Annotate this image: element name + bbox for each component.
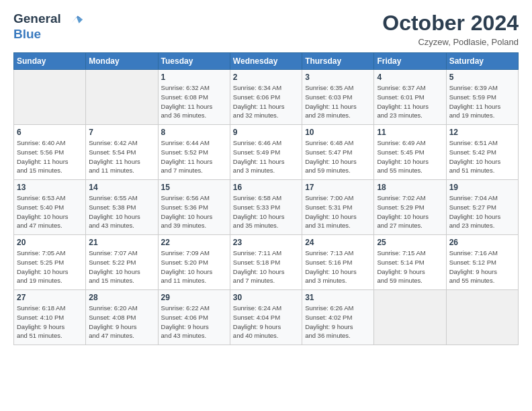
day-number: 24	[305, 238, 371, 247]
page: General Blue October 2024 Czyzew, Podlas…	[0, 0, 532, 411]
calendar-day-cell: 30Sunrise: 6:24 AM Sunset: 4:04 PM Dayli…	[230, 290, 302, 345]
calendar-day-cell: 27Sunrise: 6:18 AM Sunset: 4:10 PM Dayli…	[14, 290, 86, 345]
calendar-week-row: 20Sunrise: 7:05 AM Sunset: 5:25 PM Dayli…	[14, 235, 519, 290]
day-number: 22	[161, 238, 227, 247]
day-info: Sunrise: 7:04 AM Sunset: 5:27 PM Dayligh…	[449, 193, 515, 230]
calendar-day-cell: 18Sunrise: 7:02 AM Sunset: 5:29 PM Dayli…	[374, 180, 446, 235]
calendar-day-cell: 23Sunrise: 7:11 AM Sunset: 5:18 PM Dayli…	[230, 235, 302, 290]
calendar-day-cell: 10Sunrise: 6:48 AM Sunset: 5:47 PM Dayli…	[302, 125, 374, 180]
calendar-day-cell: 15Sunrise: 6:56 AM Sunset: 5:36 PM Dayli…	[158, 180, 230, 235]
day-info: Sunrise: 7:05 AM Sunset: 5:25 PM Dayligh…	[17, 248, 83, 285]
day-number: 4	[377, 73, 443, 82]
day-info: Sunrise: 6:18 AM Sunset: 4:10 PM Dayligh…	[17, 304, 83, 340]
day-info: Sunrise: 6:55 AM Sunset: 5:38 PM Dayligh…	[89, 193, 154, 230]
calendar-day-cell: 31Sunrise: 6:26 AM Sunset: 4:02 PM Dayli…	[302, 290, 374, 345]
day-number: 18	[377, 183, 443, 192]
day-number: 1	[161, 73, 227, 82]
day-info: Sunrise: 6:46 AM Sunset: 5:49 PM Dayligh…	[233, 138, 299, 175]
logo-bird-icon	[65, 11, 84, 30]
calendar-day-cell: 25Sunrise: 7:15 AM Sunset: 5:14 PM Dayli…	[374, 235, 446, 290]
day-info: Sunrise: 6:39 AM Sunset: 5:59 PM Dayligh…	[449, 83, 515, 120]
day-number: 30	[233, 293, 299, 302]
day-number: 20	[17, 238, 83, 247]
day-number: 5	[449, 73, 515, 82]
day-info: Sunrise: 7:11 AM Sunset: 5:18 PM Dayligh…	[233, 248, 299, 285]
weekday-header: Thursday	[302, 53, 374, 70]
day-info: Sunrise: 6:34 AM Sunset: 6:06 PM Dayligh…	[233, 83, 299, 120]
weekday-header: Monday	[86, 53, 158, 70]
calendar-day-cell	[14, 70, 86, 125]
day-info: Sunrise: 6:24 AM Sunset: 4:04 PM Dayligh…	[233, 304, 299, 340]
day-info: Sunrise: 6:37 AM Sunset: 6:01 PM Dayligh…	[377, 83, 443, 120]
calendar-day-cell: 9Sunrise: 6:46 AM Sunset: 5:49 PM Daylig…	[230, 125, 302, 180]
logo-line1: General	[13, 11, 61, 26]
day-number: 10	[305, 128, 371, 137]
day-info: Sunrise: 7:07 AM Sunset: 5:22 PM Dayligh…	[89, 248, 154, 285]
day-info: Sunrise: 6:20 AM Sunset: 4:08 PM Dayligh…	[89, 304, 154, 340]
day-info: Sunrise: 6:42 AM Sunset: 5:54 PM Dayligh…	[89, 138, 154, 175]
calendar-header-row: SundayMondayTuesdayWednesdayThursdayFrid…	[14, 53, 519, 70]
day-number: 27	[17, 293, 83, 302]
day-number: 28	[89, 293, 154, 302]
day-number: 31	[305, 293, 371, 302]
day-info: Sunrise: 7:09 AM Sunset: 5:20 PM Dayligh…	[161, 248, 227, 285]
day-info: Sunrise: 6:48 AM Sunset: 5:47 PM Dayligh…	[305, 138, 371, 175]
day-number: 6	[17, 128, 83, 137]
calendar-day-cell: 21Sunrise: 7:07 AM Sunset: 5:22 PM Dayli…	[86, 235, 158, 290]
calendar-day-cell: 8Sunrise: 6:44 AM Sunset: 5:52 PM Daylig…	[158, 125, 230, 180]
day-number: 8	[161, 128, 227, 137]
calendar-day-cell: 26Sunrise: 7:16 AM Sunset: 5:12 PM Dayli…	[446, 235, 518, 290]
calendar-day-cell	[446, 290, 518, 345]
calendar-day-cell: 12Sunrise: 6:51 AM Sunset: 5:42 PM Dayli…	[446, 125, 518, 180]
day-number: 29	[161, 293, 227, 302]
logo: General Blue	[13, 11, 84, 42]
calendar-day-cell: 4Sunrise: 6:37 AM Sunset: 6:01 PM Daylig…	[374, 70, 446, 125]
calendar-day-cell: 19Sunrise: 7:04 AM Sunset: 5:27 PM Dayli…	[446, 180, 518, 235]
day-info: Sunrise: 7:15 AM Sunset: 5:14 PM Dayligh…	[377, 248, 443, 285]
day-info: Sunrise: 6:56 AM Sunset: 5:36 PM Dayligh…	[161, 193, 227, 230]
calendar-day-cell: 29Sunrise: 6:22 AM Sunset: 4:06 PM Dayli…	[158, 290, 230, 345]
day-info: Sunrise: 6:44 AM Sunset: 5:52 PM Dayligh…	[161, 138, 227, 175]
calendar-day-cell: 5Sunrise: 6:39 AM Sunset: 5:59 PM Daylig…	[446, 70, 518, 125]
day-number: 19	[449, 183, 515, 192]
day-info: Sunrise: 7:13 AM Sunset: 5:16 PM Dayligh…	[305, 248, 371, 285]
calendar-week-row: 6Sunrise: 6:40 AM Sunset: 5:56 PM Daylig…	[14, 125, 519, 180]
day-number: 23	[233, 238, 299, 247]
day-number: 15	[161, 183, 227, 192]
calendar-day-cell: 3Sunrise: 6:35 AM Sunset: 6:03 PM Daylig…	[302, 70, 374, 125]
calendar-day-cell: 22Sunrise: 7:09 AM Sunset: 5:20 PM Dayli…	[158, 235, 230, 290]
calendar-day-cell: 11Sunrise: 6:49 AM Sunset: 5:45 PM Dayli…	[374, 125, 446, 180]
day-number: 21	[89, 238, 154, 247]
calendar-day-cell: 14Sunrise: 6:55 AM Sunset: 5:38 PM Dayli…	[86, 180, 158, 235]
day-info: Sunrise: 6:35 AM Sunset: 6:03 PM Dayligh…	[305, 83, 371, 120]
weekday-header: Saturday	[446, 53, 518, 70]
day-number: 12	[449, 128, 515, 137]
header: General Blue October 2024 Czyzew, Podlas…	[13, 11, 519, 47]
month-title: October 2024	[382, 11, 519, 36]
day-number: 9	[233, 128, 299, 137]
day-info: Sunrise: 6:32 AM Sunset: 6:08 PM Dayligh…	[161, 83, 227, 120]
weekday-header: Tuesday	[158, 53, 230, 70]
calendar-day-cell	[374, 290, 446, 345]
day-number: 17	[305, 183, 371, 192]
day-info: Sunrise: 7:16 AM Sunset: 5:12 PM Dayligh…	[449, 248, 515, 285]
day-number: 7	[89, 128, 154, 137]
day-info: Sunrise: 6:22 AM Sunset: 4:06 PM Dayligh…	[161, 304, 227, 340]
day-number: 11	[377, 128, 443, 137]
calendar-day-cell: 17Sunrise: 7:00 AM Sunset: 5:31 PM Dayli…	[302, 180, 374, 235]
calendar-week-row: 27Sunrise: 6:18 AM Sunset: 4:10 PM Dayli…	[14, 290, 519, 345]
calendar-week-row: 1Sunrise: 6:32 AM Sunset: 6:08 PM Daylig…	[14, 70, 519, 125]
calendar-week-row: 13Sunrise: 6:53 AM Sunset: 5:40 PM Dayli…	[14, 180, 519, 235]
location-subtitle: Czyzew, Podlasie, Poland	[382, 37, 519, 47]
title-block: October 2024 Czyzew, Podlasie, Poland	[382, 11, 519, 47]
day-info: Sunrise: 6:51 AM Sunset: 5:42 PM Dayligh…	[449, 138, 515, 175]
calendar-day-cell: 28Sunrise: 6:20 AM Sunset: 4:08 PM Dayli…	[86, 290, 158, 345]
weekday-header: Friday	[374, 53, 446, 70]
calendar-table: SundayMondayTuesdayWednesdayThursdayFrid…	[13, 52, 519, 345]
day-info: Sunrise: 6:26 AM Sunset: 4:02 PM Dayligh…	[305, 304, 371, 340]
calendar-day-cell	[86, 70, 158, 125]
calendar-day-cell: 20Sunrise: 7:05 AM Sunset: 5:25 PM Dayli…	[14, 235, 86, 290]
day-number: 14	[89, 183, 154, 192]
day-info: Sunrise: 6:53 AM Sunset: 5:40 PM Dayligh…	[17, 193, 83, 230]
calendar-day-cell: 7Sunrise: 6:42 AM Sunset: 5:54 PM Daylig…	[86, 125, 158, 180]
